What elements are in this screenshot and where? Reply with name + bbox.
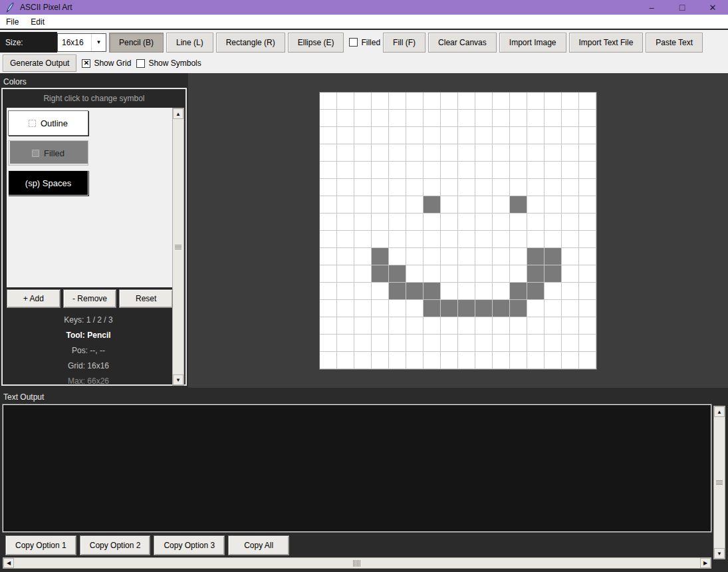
canvas-cell[interactable] bbox=[545, 265, 562, 283]
scroll-up-icon[interactable]: ▲ bbox=[714, 406, 725, 417]
canvas-cell[interactable] bbox=[510, 179, 527, 196]
reset-button[interactable]: Reset bbox=[119, 289, 173, 308]
canvas-cell[interactable] bbox=[493, 335, 510, 352]
canvas-cell[interactable] bbox=[424, 300, 441, 317]
canvas-cell[interactable] bbox=[441, 335, 458, 352]
canvas-cell[interactable] bbox=[424, 110, 441, 127]
canvas-cell[interactable] bbox=[510, 144, 527, 162]
toolbar-button-fill-f[interactable]: Fill (F) bbox=[383, 33, 425, 53]
canvas-cell[interactable] bbox=[545, 110, 562, 127]
canvas-cell[interactable] bbox=[493, 265, 510, 283]
canvas-cell[interactable] bbox=[406, 248, 424, 265]
tool-button-line-l[interactable]: Line (L) bbox=[166, 33, 213, 53]
canvas-cell[interactable] bbox=[510, 214, 527, 231]
canvas-cell[interactable] bbox=[458, 127, 475, 144]
canvas-cell[interactable] bbox=[562, 110, 579, 127]
canvas-cell[interactable] bbox=[510, 92, 527, 110]
canvas-cell[interactable] bbox=[406, 144, 424, 162]
show-grid-checkbox[interactable]: ✕ Show Grid bbox=[82, 59, 131, 68]
canvas-cell[interactable] bbox=[441, 92, 458, 110]
canvas-cell[interactable] bbox=[562, 335, 579, 352]
canvas-cell[interactable] bbox=[424, 352, 441, 369]
canvas-cell[interactable] bbox=[372, 162, 389, 179]
canvas-cell[interactable] bbox=[493, 317, 510, 335]
canvas-cell[interactable] bbox=[441, 248, 458, 265]
colors-scrollbar-thumb[interactable] bbox=[173, 119, 183, 374]
canvas-cell[interactable] bbox=[389, 352, 406, 369]
canvas-cell[interactable] bbox=[372, 127, 389, 144]
canvas-cell[interactable] bbox=[372, 196, 389, 214]
canvas-cell[interactable] bbox=[372, 214, 389, 231]
canvas-cell[interactable] bbox=[389, 110, 406, 127]
canvas-cell[interactable] bbox=[372, 144, 389, 162]
canvas-cell[interactable] bbox=[545, 144, 562, 162]
canvas-cell[interactable] bbox=[579, 110, 596, 127]
canvas-cell[interactable] bbox=[562, 317, 579, 335]
canvas-cell[interactable] bbox=[493, 300, 510, 317]
canvas-cell[interactable] bbox=[545, 317, 562, 335]
canvas-cell[interactable] bbox=[579, 127, 596, 144]
canvas-cell[interactable] bbox=[579, 214, 596, 231]
show-grid-checkbox-box[interactable]: ✕ bbox=[82, 59, 90, 68]
canvas-cell[interactable] bbox=[527, 144, 545, 162]
canvas-cell[interactable] bbox=[510, 110, 527, 127]
canvas-cell[interactable] bbox=[545, 214, 562, 231]
canvas-cell[interactable] bbox=[510, 335, 527, 352]
canvas-cell[interactable] bbox=[424, 265, 441, 283]
canvas-cell[interactable] bbox=[458, 352, 475, 369]
toolbar-button-import-image[interactable]: Import Image bbox=[499, 33, 566, 53]
canvas-cell[interactable] bbox=[527, 196, 545, 214]
scroll-down-icon[interactable]: ▼ bbox=[714, 548, 725, 559]
canvas-cell[interactable] bbox=[458, 248, 475, 265]
canvas-cell[interactable] bbox=[372, 352, 389, 369]
canvas-cell[interactable] bbox=[406, 127, 424, 144]
canvas-cell[interactable] bbox=[406, 231, 424, 248]
canvas-cell[interactable] bbox=[527, 127, 545, 144]
canvas-cell[interactable] bbox=[527, 179, 545, 196]
show-symbols-checkbox[interactable]: Show Symbols bbox=[136, 59, 201, 68]
canvas-cell[interactable] bbox=[493, 127, 510, 144]
canvas-cell[interactable] bbox=[510, 196, 527, 214]
canvas-cell[interactable] bbox=[354, 300, 372, 317]
canvas-cell[interactable] bbox=[441, 352, 458, 369]
canvas-cell[interactable] bbox=[545, 283, 562, 300]
canvas-cell[interactable] bbox=[320, 144, 337, 162]
canvas-cell[interactable] bbox=[441, 300, 458, 317]
canvas-cell[interactable] bbox=[406, 110, 424, 127]
maximize-button[interactable]: □ bbox=[667, 0, 697, 15]
canvas-cell[interactable] bbox=[510, 317, 527, 335]
canvas-cell[interactable] bbox=[354, 110, 372, 127]
copy-option-3-button[interactable]: Copy Option 3 bbox=[154, 535, 225, 555]
canvas-cell[interactable] bbox=[562, 231, 579, 248]
canvas-cell[interactable] bbox=[458, 214, 475, 231]
canvas-cell[interactable] bbox=[389, 283, 406, 300]
canvas-cell[interactable] bbox=[510, 265, 527, 283]
canvas-cell[interactable] bbox=[424, 248, 441, 265]
canvas-cell[interactable] bbox=[527, 317, 545, 335]
canvas-cell[interactable] bbox=[545, 231, 562, 248]
canvas-cell[interactable] bbox=[320, 231, 337, 248]
canvas-cell[interactable] bbox=[527, 248, 545, 265]
canvas-cell[interactable] bbox=[389, 179, 406, 196]
scroll-right-icon[interactable]: ▶ bbox=[700, 558, 711, 568]
canvas-cell[interactable] bbox=[475, 300, 493, 317]
canvas-cell[interactable] bbox=[458, 179, 475, 196]
canvas-cell[interactable] bbox=[475, 352, 493, 369]
canvas-cell[interactable] bbox=[441, 317, 458, 335]
canvas-cell[interactable] bbox=[458, 144, 475, 162]
canvas-cell[interactable] bbox=[354, 317, 372, 335]
canvas-cell[interactable] bbox=[475, 317, 493, 335]
canvas-cell[interactable] bbox=[510, 248, 527, 265]
canvas-cell[interactable] bbox=[337, 300, 354, 317]
copy-option-1-button[interactable]: Copy Option 1 bbox=[5, 535, 76, 555]
canvas-cell[interactable] bbox=[337, 144, 354, 162]
menu-item-file[interactable]: File bbox=[0, 15, 25, 29]
canvas-cell[interactable] bbox=[337, 265, 354, 283]
scroll-down-icon[interactable]: ▼ bbox=[173, 374, 183, 385]
canvas-cell[interactable] bbox=[562, 248, 579, 265]
canvas-cell[interactable] bbox=[406, 162, 424, 179]
canvas-cell[interactable] bbox=[389, 317, 406, 335]
toolbar-button-paste-text[interactable]: Paste Text bbox=[646, 33, 703, 53]
canvas-cell[interactable] bbox=[320, 283, 337, 300]
canvas-cell[interactable] bbox=[510, 162, 527, 179]
